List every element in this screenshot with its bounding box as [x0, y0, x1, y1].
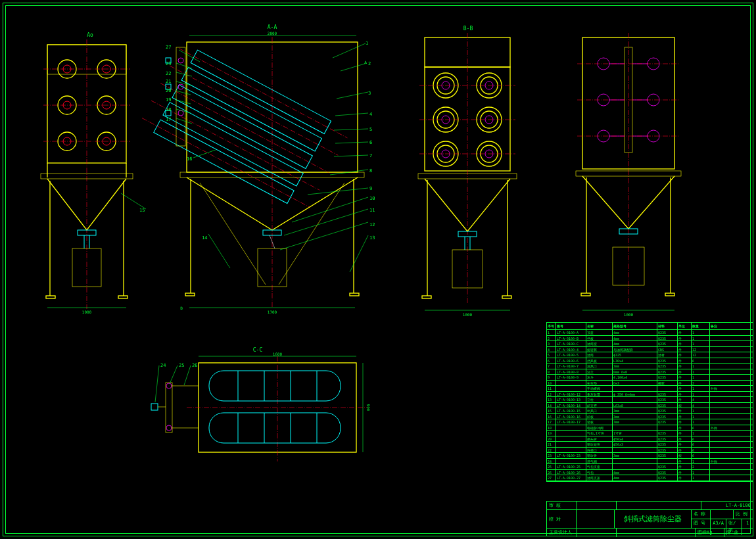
callout-12: 12 [369, 222, 375, 227]
bom-row: 20接头管ϕ50x4Q235件6 [547, 436, 753, 442]
callout-10: 10 [369, 196, 375, 201]
bom-row: 27LT-A-0100-27滤筒支架4mmQ235件1 [547, 475, 753, 481]
svg-line-86 [208, 234, 230, 268]
callout-24: 24 [160, 363, 166, 368]
bom-row: 16LT-A-0100-16斜板3mmQ235件1 [547, 414, 753, 420]
bom-row: 2LT-A-0100-B挡板4mmQ235件1 [547, 336, 753, 342]
bom-row: 14LT-A-0100-14斜支撑L63x8Q235根4 [547, 403, 753, 409]
bom-row: 12LT-A-0100-12集灰装置ϕ 350 δ=4mmQ235件1 [547, 392, 753, 398]
svg-line-77 [334, 129, 368, 130]
svg-point-168 [166, 383, 172, 388]
callout-25: 25 [179, 363, 184, 368]
bom-row: 9LT-A-0100-9灰斗4,100x4Q235件1 [547, 375, 753, 381]
callout-21: 21 [166, 79, 171, 84]
bom-row: 19气包,1寸管1寸管Q235件1 [547, 431, 753, 436]
callout-20: 20 [166, 88, 171, 93]
bom-row: 23LT-A-0100-23喷吹管3mmQ235根6 [547, 453, 753, 459]
callout-8: 8 [369, 168, 372, 174]
callout-17: 17 [166, 117, 171, 122]
svg-rect-116 [502, 296, 511, 298]
callout-9: 9 [369, 186, 372, 191]
svg-line-82 [292, 197, 368, 222]
svg-text:1000: 1000 [463, 312, 473, 317]
svg-line-71 [176, 118, 192, 124]
svg-line-85 [350, 235, 368, 272]
svg-line-80 [330, 170, 368, 175]
svg-line-79 [334, 155, 368, 156]
bom-row: 17LT-A-0100-17箱板3mmQ235件1 [547, 419, 753, 425]
svg-line-87 [121, 193, 146, 209]
callout-23: 23 [166, 61, 171, 66]
callout-13: 13 [369, 235, 375, 241]
svg-line-72 [193, 150, 216, 158]
bom-row: 4LT-A-0100-4旋转翼与滤筒器配套CRS件12 [547, 347, 753, 353]
svg-rect-167 [166, 383, 172, 433]
bom-row: 5LT-A-0100-5滤筒ϕ325滤材件12 [547, 352, 753, 358]
callout-11: 11 [369, 208, 375, 213]
svg-line-83 [284, 209, 368, 235]
tb-check-label: 校 对 [547, 510, 577, 528]
view-right-front: B-B 1000 [409, 28, 527, 317]
svg-line-73 [333, 43, 366, 58]
bom-header-row: 序号图号名称规格型号材料单位数量备注 [547, 323, 753, 330]
tb-approve-label: 审 核 [547, 502, 577, 509]
svg-rect-144 [581, 293, 590, 296]
title-block: 审 核 LT-A-0100 校 对 斜插式滤筒除尘器 名 称 比 例 图 号 A… [546, 501, 753, 536]
bom-row: 6LT-A-0100-6挡风板L30x4Q235件6 [547, 358, 753, 364]
callout-18: 18 [166, 107, 171, 112]
svg-line-70 [176, 109, 191, 113]
tb-main-title: 斜插式滤筒除尘器 [615, 510, 692, 528]
callout-14: 14 [202, 235, 207, 241]
callout-5: 5 [369, 127, 372, 132]
view-label-cc: C-C [253, 347, 263, 353]
svg-line-174 [184, 365, 191, 385]
bom-table: 序号图号名称规格型号材料单位数量备注 1LT-A-0100-A顶盖4mmQ235… [546, 322, 753, 482]
svg-line-69 [176, 100, 191, 104]
bom-row: 11手动蝶阀件1外购 [547, 386, 753, 392]
svg-line-68 [176, 91, 191, 95]
callout-3: 3 [368, 91, 371, 96]
view-label-bb: B-B [463, 26, 473, 32]
bom-row: 15LT-A-0100-15出风口3mmQ235件1 [547, 408, 753, 414]
view-plan-cc: C-C 1600 900 [133, 350, 383, 481]
callout-22: 22 [166, 71, 171, 76]
svg-point-169 [166, 425, 172, 431]
callout-16: 16 [187, 156, 192, 162]
callout-lines-main [8, 25, 402, 314]
callout-4: 4 [369, 112, 372, 117]
bom-row: 24进气阀件1外购 [547, 459, 753, 465]
svg-rect-170 [151, 404, 158, 410]
svg-line-64 [179, 50, 200, 62]
bom-row: 13LT-A-0100-13立柱Q235件4 [547, 397, 753, 403]
callout-26: 26 [192, 363, 197, 368]
svg-line-173 [170, 365, 177, 384]
bom-row: 21喷吹短管ϕ50x3Q235件6 [547, 442, 753, 448]
callout-7: 7 [369, 153, 372, 158]
bom-row: 1LT-A-0100-A顶盖4mmQ235件1 [547, 330, 753, 336]
bom-row: 18电磁脉冲阀件6外购 [547, 425, 753, 431]
callout-6: 6 [369, 140, 372, 145]
svg-line-81 [308, 188, 368, 195]
svg-rect-145 [665, 293, 674, 296]
svg-line-76 [335, 113, 368, 116]
svg-rect-115 [422, 296, 431, 298]
svg-line-66 [176, 72, 192, 76]
bom-row: 3LT-A-0100-C滤筒室4mmQ235件1 [547, 341, 753, 347]
bom-row: 25LT-A-0100-25气包支座Q235件2 [547, 464, 753, 470]
callout-15: 15 [139, 208, 145, 213]
bom-row: 22连接口Q235件6 [547, 448, 753, 454]
svg-line-75 [337, 92, 368, 99]
callout-2: 2 [368, 61, 371, 66]
callout-27: 27 [166, 45, 171, 50]
bom-row: 8LT-A-0100-8法兰8mm δ=8Q235件1 [547, 369, 753, 375]
callout-19: 19 [166, 97, 171, 103]
svg-line-67 [176, 82, 192, 85]
svg-line-74 [341, 63, 367, 71]
svg-line-65 [176, 63, 192, 68]
bom-row: 10密封垫δ=3橡胶件2 [547, 381, 753, 387]
svg-rect-156 [209, 413, 341, 443]
svg-text:1000: 1000 [624, 312, 634, 317]
svg-line-84 [280, 222, 368, 250]
callout-1: 1 [366, 41, 368, 46]
view-far-right: 1000 [567, 28, 692, 317]
